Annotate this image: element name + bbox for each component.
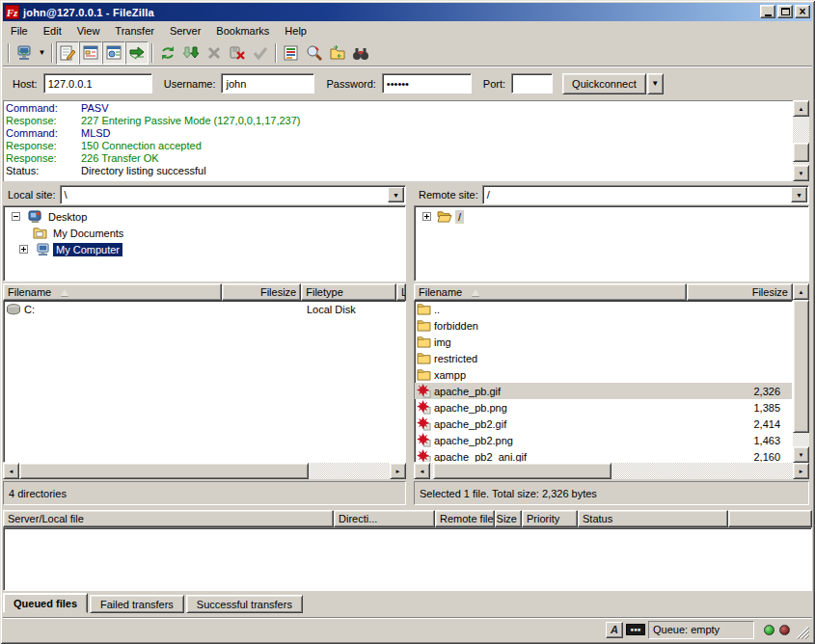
toggle-remote-tree-button[interactable] bbox=[102, 41, 125, 65]
remote-file-row[interactable]: xampp bbox=[415, 366, 792, 383]
remote-file-row[interactable]: restricted bbox=[415, 350, 792, 366]
close-button[interactable]: × bbox=[795, 5, 810, 18]
menu-bookmarks[interactable]: Bookmarks bbox=[208, 23, 277, 39]
menu-server[interactable]: Server bbox=[162, 23, 208, 39]
column-header-filename[interactable]: Filename bbox=[414, 283, 687, 301]
synchronized-browsing-button[interactable] bbox=[326, 41, 349, 65]
toolbar-separator bbox=[51, 43, 53, 63]
remote-site-combobox[interactable]: / ▼ bbox=[482, 185, 809, 204]
title-bar[interactable]: Fz john@127.0.0.1 - FileZilla bbox=[3, 3, 812, 21]
username-input[interactable] bbox=[221, 73, 314, 94]
menu-file[interactable]: File bbox=[3, 23, 36, 39]
tree-item-my-computer[interactable]: My Computer bbox=[4, 241, 405, 257]
scroll-thumb[interactable] bbox=[433, 463, 611, 479]
scroll-down-button[interactable]: ▼ bbox=[793, 165, 809, 181]
refresh-button[interactable] bbox=[156, 41, 179, 65]
disconnect-button[interactable] bbox=[226, 41, 249, 65]
filezilla-app-icon: Fz bbox=[5, 5, 19, 19]
column-header-last-modified[interactable]: L bbox=[396, 283, 406, 301]
port-input[interactable] bbox=[511, 73, 553, 94]
remote-file-row[interactable]: apache_pb2_ani.gif2,160 bbox=[415, 448, 792, 463]
remote-file-row[interactable]: apache_pb.gif2,326 bbox=[415, 383, 792, 399]
scroll-up-button[interactable]: ▲ bbox=[793, 283, 809, 300]
log-line-label: Response: bbox=[6, 115, 81, 127]
local-file-row[interactable]: C: Local Disk bbox=[4, 301, 405, 317]
toggle-message-log-button[interactable] bbox=[56, 41, 79, 65]
menu-bar: File Edit View Transfer Server Bookmarks… bbox=[3, 21, 812, 40]
remote-file-list[interactable]: ..forbiddenimgrestrictedxamppapache_pb.g… bbox=[414, 301, 793, 463]
maximize-button[interactable] bbox=[777, 5, 793, 18]
resize-grip[interactable] bbox=[796, 626, 809, 639]
expand-icon[interactable] bbox=[19, 245, 28, 254]
process-queue-button[interactable] bbox=[179, 41, 203, 65]
log-scrollbar[interactable]: ▲ ▼ bbox=[793, 100, 809, 181]
menu-view[interactable]: View bbox=[69, 23, 108, 39]
column-header-remote-file[interactable]: Remote file bbox=[435, 510, 495, 527]
minimize-button[interactable] bbox=[760, 5, 775, 18]
directory-listing-filters-button[interactable] bbox=[280, 41, 303, 65]
password-input[interactable] bbox=[382, 73, 472, 94]
expand-icon[interactable] bbox=[422, 212, 431, 221]
status-bar: A ▪▪▪ Queue: empty bbox=[3, 617, 812, 641]
column-header-size[interactable]: Size bbox=[495, 510, 522, 527]
remote-site-dropdown-button[interactable]: ▼ bbox=[791, 187, 807, 202]
local-site-dropdown-button[interactable]: ▼ bbox=[388, 187, 404, 202]
menu-edit[interactable]: Edit bbox=[36, 23, 69, 39]
column-header-direction[interactable]: Directi... bbox=[334, 510, 435, 527]
collapse-icon[interactable] bbox=[12, 212, 20, 221]
remote-vscrollbar[interactable]: ▲ ▼ bbox=[793, 283, 809, 463]
tree-item-root[interactable]: / bbox=[415, 208, 808, 225]
column-header-priority[interactable]: Priority bbox=[522, 510, 578, 527]
remote-file-row[interactable]: img bbox=[415, 334, 792, 350]
column-header-server-local-file[interactable]: Server/Local file bbox=[3, 510, 334, 527]
host-input[interactable] bbox=[43, 73, 152, 94]
site-manager-dropdown-button[interactable]: ▼ bbox=[36, 41, 48, 65]
scroll-up-button[interactable]: ▲ bbox=[793, 100, 809, 117]
recheck-button[interactable] bbox=[249, 41, 272, 65]
column-header-filetype[interactable]: Filetype bbox=[301, 283, 396, 301]
message-log[interactable]: Command:PASV Response:227 Entering Passi… bbox=[3, 100, 793, 181]
local-file-list[interactable]: C: Local Disk bbox=[3, 301, 406, 463]
directory-comparison-button[interactable] bbox=[303, 41, 326, 65]
ascii-transfer-type-icon[interactable]: A bbox=[606, 622, 623, 638]
transfer-queue-list[interactable] bbox=[3, 527, 812, 591]
column-header-filename[interactable]: Filename bbox=[3, 283, 222, 301]
remote-tree[interactable]: / bbox=[414, 205, 809, 282]
find-files-button[interactable] bbox=[349, 41, 372, 65]
quickconnect-button[interactable]: Quickconnect bbox=[562, 73, 646, 94]
scroll-thumb[interactable] bbox=[793, 300, 809, 433]
toggle-local-tree-button[interactable] bbox=[79, 41, 102, 65]
scroll-left-button[interactable]: ◄ bbox=[414, 463, 430, 479]
remote-file-row[interactable]: apache_pb2.png1,463 bbox=[415, 432, 792, 448]
tree-item-desktop[interactable]: Desktop bbox=[4, 208, 405, 225]
menu-transfer[interactable]: Transfer bbox=[107, 23, 162, 39]
remote-file-row[interactable]: apache_pb2.gif2,414 bbox=[415, 416, 792, 432]
cancel-operation-button[interactable] bbox=[203, 41, 226, 65]
tab-queued-files[interactable]: Queued files bbox=[3, 593, 88, 613]
tree-item-my-documents[interactable]: My Documents bbox=[4, 225, 405, 241]
disconnect-icon bbox=[229, 44, 246, 62]
local-hscrollbar[interactable]: ◄ ► bbox=[3, 463, 406, 479]
tab-successful-transfers[interactable]: Successful transfers bbox=[186, 595, 303, 613]
toggle-transfer-queue-button[interactable] bbox=[125, 41, 149, 65]
local-tree[interactable]: Desktop My Documents My Computer bbox=[3, 205, 406, 282]
menu-help[interactable]: Help bbox=[277, 23, 314, 39]
scroll-right-button[interactable]: ► bbox=[793, 463, 809, 479]
remote-hscrollbar[interactable]: ◄ ► bbox=[414, 463, 809, 479]
scroll-down-button[interactable]: ▼ bbox=[793, 446, 809, 463]
quickconnect-dropdown-button[interactable]: ▼ bbox=[647, 73, 664, 94]
remote-file-row[interactable]: apache_pb.png1,385 bbox=[415, 399, 792, 416]
site-manager-button[interactable] bbox=[13, 41, 36, 65]
column-header-status[interactable]: Status bbox=[578, 510, 728, 527]
scroll-left-button[interactable]: ◄ bbox=[3, 463, 19, 479]
column-header-filesize[interactable]: Filesize bbox=[222, 283, 301, 301]
column-header-filesize[interactable]: Filesize bbox=[687, 283, 793, 301]
local-site-combobox[interactable]: \ ▼ bbox=[60, 185, 406, 204]
scroll-right-button[interactable]: ► bbox=[390, 463, 406, 479]
scroll-thumb[interactable] bbox=[793, 143, 809, 162]
remote-file-row[interactable]: .. bbox=[415, 301, 792, 317]
scroll-thumb[interactable] bbox=[19, 463, 309, 479]
tab-failed-transfers[interactable]: Failed transfers bbox=[90, 595, 184, 613]
speed-limit-indicator-icon[interactable]: ▪▪▪ bbox=[626, 624, 645, 635]
remote-file-row[interactable]: forbidden bbox=[415, 317, 792, 334]
